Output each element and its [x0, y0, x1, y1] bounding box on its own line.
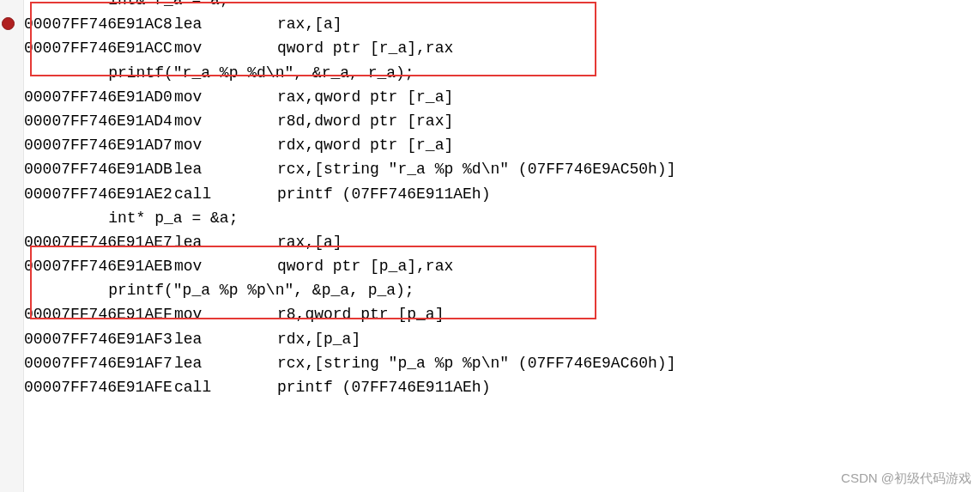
asm-line[interactable]: 00007FF746E91AF7learcx,[string "p_a %p %…	[24, 351, 980, 375]
asm-line[interactable]: 00007FF746E91AE7learax,[a]	[24, 230, 980, 254]
disassembly-editor: 00007FF746E91AC3callprintf (07FF746E911A…	[0, 0, 980, 399]
mnemonic: call	[174, 182, 277, 206]
operands: r8,qword ptr [p_a]	[277, 306, 444, 323]
mnemonic: lea	[174, 351, 277, 375]
address: 00007FF746E91AD7	[24, 133, 174, 157]
source-line[interactable]: int* p_a = &a;	[24, 206, 980, 230]
mnemonic: mov	[174, 85, 277, 109]
mnemonic: mov	[174, 302, 277, 326]
mnemonic: lea	[174, 230, 277, 254]
address: 00007FF746E91AEF	[24, 302, 174, 326]
operands: qword ptr [p_a],rax	[277, 258, 453, 275]
address: 00007FF746E91AD0	[24, 85, 174, 109]
asm-line[interactable]: 00007FF746E91AD7movrdx,qword ptr [r_a]	[24, 133, 980, 157]
asm-line[interactable]: 00007FF746E91AD0movrax,qword ptr [r_a]	[24, 85, 980, 109]
address: 00007FF746E91ADB	[24, 157, 174, 181]
asm-line[interactable]: 00007FF746E91ADBlearcx,[string "r_a %p %…	[24, 157, 980, 181]
operands: printf (07FF746E911AEh)	[277, 379, 490, 396]
operands: rcx,[string "r_a %p %d\n" (07FF746E9AC50…	[277, 161, 675, 178]
operands: qword ptr [r_a],rax	[277, 39, 453, 57]
breakpoint-icon[interactable]	[2, 17, 15, 30]
operands: rax,[a]	[277, 234, 342, 251]
operands: rax,[a]	[277, 15, 342, 33]
mnemonic: lea	[174, 157, 277, 181]
mnemonic: call	[174, 375, 277, 399]
operands: rax,qword ptr [r_a]	[277, 88, 453, 106]
operands: rcx,[string "p_a %p %p\n" (07FF746E9AC60…	[277, 355, 675, 372]
asm-line[interactable]: 00007FF746E91AC8learax,[a]	[24, 12, 980, 36]
address: 00007FF746E91AE2	[24, 182, 174, 206]
source-line[interactable]: printf("r_a %p %d\n", &r_a, r_a);	[24, 61, 980, 85]
asm-line[interactable]: 00007FF746E91AE2callprintf (07FF746E911A…	[24, 182, 980, 206]
mnemonic: lea	[174, 12, 277, 36]
source-text: printf("p_a %p %p\n", &p_a, p_a);	[71, 282, 414, 299]
mnemonic: mov	[174, 133, 277, 157]
address: 00007FF746E91AF7	[24, 351, 174, 375]
operands: rdx,qword ptr [r_a]	[277, 137, 453, 154]
asm-line[interactable]: 00007FF746E91ACCmovqword ptr [r_a],rax	[24, 36, 980, 60]
operands: r8d,dword ptr [rax]	[277, 112, 453, 130]
asm-line[interactable]: 00007FF746E91AF3leardx,[p_a]	[24, 327, 980, 351]
address: 00007FF746E91AE7	[24, 230, 174, 254]
asm-line[interactable]: 00007FF746E91AEFmovr8,qword ptr [p_a]	[24, 302, 980, 326]
address: 00007FF746E91AC8	[24, 12, 174, 36]
mnemonic: mov	[174, 109, 277, 133]
mnemonic: mov	[174, 36, 277, 60]
operands: printf (07FF746E911AEh)	[277, 185, 490, 203]
source-line[interactable]: int& r_a = a;	[24, 0, 980, 12]
asm-line[interactable]: 00007FF746E91AD4movr8d,dword ptr [rax]	[24, 109, 980, 133]
asm-line[interactable]: 00007FF746E91AFEcallprintf (07FF746E911A…	[24, 375, 980, 399]
watermark: CSDN @初级代码游戏	[841, 471, 971, 487]
address: 00007FF746E91AFE	[24, 375, 174, 399]
address: 00007FF746E91AF3	[24, 327, 174, 351]
source-text: printf("r_a %p %d\n", &r_a, r_a);	[71, 64, 414, 82]
operands: rdx,[p_a]	[277, 331, 360, 348]
address: 00007FF746E91ACC	[24, 36, 174, 60]
source-text: int& r_a = a;	[71, 0, 229, 9]
address: 00007FF746E91AD4	[24, 109, 174, 133]
mnemonic: lea	[174, 327, 277, 351]
source-line[interactable]: printf("p_a %p %p\n", &p_a, p_a);	[24, 278, 980, 302]
source-text: int* p_a = &a;	[71, 210, 238, 227]
mnemonic: mov	[174, 254, 277, 278]
address: 00007FF746E91AEB	[24, 254, 174, 278]
asm-line[interactable]: 00007FF746E91AEBmovqword ptr [p_a],rax	[24, 254, 980, 278]
